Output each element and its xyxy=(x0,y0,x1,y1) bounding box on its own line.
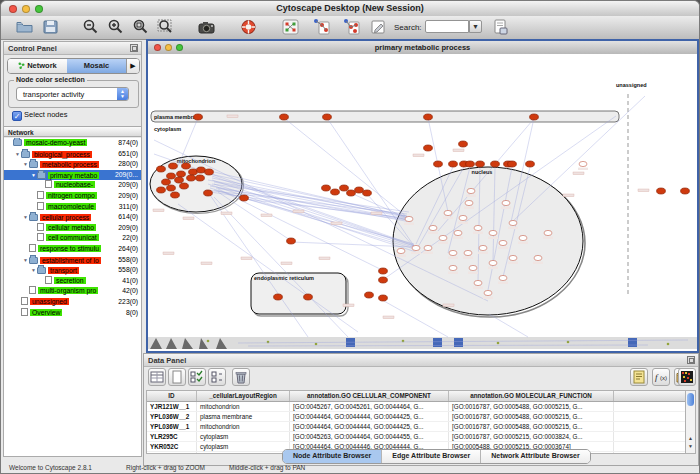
gene-node[interactable] xyxy=(509,220,517,225)
expander-icon[interactable]: ▼ xyxy=(30,265,37,275)
selected-gene-node[interactable] xyxy=(657,188,666,194)
expander-icon[interactable]: ▼ xyxy=(22,255,29,265)
tab-network-attribute-browser[interactable]: Network Attribute Browser xyxy=(481,450,589,463)
tree-row[interactable]: ▼biological_process651(0) xyxy=(4,149,141,160)
gene-node[interactable] xyxy=(579,161,587,166)
selected-gene-node[interactable] xyxy=(331,189,340,195)
table-header-cell[interactable]: _cellularLayoutRegion xyxy=(197,391,290,401)
selected-gene-node[interactable] xyxy=(379,295,388,301)
gene-node[interactable] xyxy=(467,188,475,193)
float-panel-icon[interactable] xyxy=(130,44,138,52)
help-lifering-icon[interactable] xyxy=(239,18,258,36)
selected-gene-node[interactable] xyxy=(365,292,374,298)
tab-edge-attribute-browser[interactable]: Edge Attribute Browser xyxy=(382,450,481,463)
gene-node[interactable] xyxy=(449,250,457,255)
tree-row[interactable]: Overview8(0) xyxy=(4,308,141,319)
selected-gene-node[interactable] xyxy=(363,190,372,196)
tree-row[interactable]: mosaic-demo-yeast874(0) xyxy=(4,138,141,149)
gene-node[interactable] xyxy=(499,240,507,245)
gene-node[interactable] xyxy=(464,250,472,255)
import-file-icon[interactable] xyxy=(491,18,510,36)
select-rows-unchecked-icon[interactable] xyxy=(208,368,226,386)
selected-gene-node[interactable] xyxy=(189,169,198,175)
table-row[interactable]: YPL036W__1mitochondrion[GO:0044464, GO:0… xyxy=(147,422,687,432)
selected-gene-node[interactable] xyxy=(240,195,249,201)
network-view-titlebar[interactable]: primary metabolic process xyxy=(148,41,697,55)
tree-row[interactable]: unassigned223(0) xyxy=(4,297,141,308)
gene-node[interactable] xyxy=(499,275,507,280)
tree-row[interactable]: ▼transport558(0) xyxy=(4,265,141,276)
selected-gene-node[interactable] xyxy=(491,161,500,167)
gene-node[interactable] xyxy=(474,225,482,230)
gene-node[interactable] xyxy=(405,216,413,221)
gene-node[interactable] xyxy=(474,280,482,285)
formula-builder-icon[interactable]: f(x) xyxy=(652,368,670,386)
selected-gene-node[interactable] xyxy=(169,163,178,169)
selected-gene-node[interactable] xyxy=(434,161,443,167)
tab-mosaic[interactable]: Mosaic xyxy=(67,59,126,73)
gene-node[interactable] xyxy=(489,260,497,265)
memo-notes-icon[interactable] xyxy=(630,368,648,386)
selected-gene-node[interactable] xyxy=(194,114,203,120)
gene-node[interactable] xyxy=(429,225,437,230)
tree-row[interactable]: cell communicat22(0) xyxy=(4,233,141,244)
layout-nodes-b-icon[interactable] xyxy=(342,18,361,36)
zoom-in-icon[interactable] xyxy=(106,18,125,36)
selected-gene-node[interactable] xyxy=(177,171,186,177)
tree-row[interactable]: macromolecule311(0) xyxy=(4,202,141,213)
selected-gene-node[interactable] xyxy=(379,268,388,274)
layout-nodes-a-icon[interactable] xyxy=(312,18,331,36)
tab-network[interactable]: Network xyxy=(8,59,67,73)
selected-gene-node[interactable] xyxy=(204,190,213,196)
selected-gene-node[interactable] xyxy=(681,188,690,194)
expander-icon[interactable]: ▼ xyxy=(22,159,29,169)
tree-row[interactable]: ▼primary metabo209(0... xyxy=(4,170,141,181)
float-data-panel-icon[interactable] xyxy=(687,356,695,364)
selected-gene-node[interactable] xyxy=(187,175,196,181)
table-header-cell[interactable]: ID xyxy=(147,391,197,401)
tree-row[interactable]: nitrogen compo209(0) xyxy=(4,191,141,202)
gene-node[interactable] xyxy=(544,230,552,235)
tree-row[interactable]: response to stimulu264(0) xyxy=(4,244,141,255)
scrollbar-thumb[interactable] xyxy=(687,393,694,406)
selected-gene-node[interactable] xyxy=(322,185,331,191)
select-attributes-icon[interactable] xyxy=(148,368,166,386)
search-input[interactable] xyxy=(425,20,469,33)
selected-gene-node[interactable] xyxy=(424,145,433,151)
selected-gene-node[interactable] xyxy=(180,183,189,189)
selected-gene-node[interactable] xyxy=(157,187,166,193)
vizmapper-network-icon[interactable] xyxy=(281,18,300,36)
selected-gene-node[interactable] xyxy=(196,175,205,181)
gene-node[interactable] xyxy=(502,200,510,205)
tree-row[interactable]: nucleobase-209(0) xyxy=(4,180,141,191)
selected-gene-node[interactable] xyxy=(323,114,332,120)
gene-node[interactable] xyxy=(449,265,457,270)
gene-node[interactable] xyxy=(509,255,517,260)
selected-gene-node[interactable] xyxy=(466,161,475,167)
gene-node[interactable] xyxy=(439,235,447,240)
selected-gene-node[interactable] xyxy=(304,294,313,300)
selected-gene-node[interactable] xyxy=(167,185,176,191)
selected-gene-node[interactable] xyxy=(162,179,171,185)
table-row[interactable]: YLR295Ccytoplasm[GO:0045263, GO:0044464,… xyxy=(147,432,687,442)
select-nodes-checkbox[interactable]: ✓ xyxy=(12,111,22,121)
open-file-icon[interactable] xyxy=(15,18,34,36)
gene-node[interactable] xyxy=(424,245,432,250)
selected-gene-node[interactable] xyxy=(287,238,296,244)
search-dropdown-arrow[interactable]: ▼ xyxy=(469,20,482,33)
gene-node[interactable] xyxy=(469,265,477,270)
gene-node[interactable] xyxy=(484,290,492,295)
gene-node[interactable] xyxy=(519,235,527,240)
selected-gene-node[interactable] xyxy=(530,114,539,120)
gene-node[interactable] xyxy=(397,248,405,253)
network-canvas[interactable]: plasma membranecytoplasmmitochondrionnuc… xyxy=(148,54,697,351)
table-scrollbar[interactable]: ▲▼ xyxy=(685,390,696,454)
selected-gene-node[interactable] xyxy=(476,161,485,167)
expander-icon[interactable]: ▼ xyxy=(14,149,21,159)
selected-gene-node[interactable] xyxy=(197,167,206,173)
selected-gene-node[interactable] xyxy=(167,173,176,179)
select-rows-checked-icon[interactable] xyxy=(188,368,206,386)
gene-node[interactable] xyxy=(479,245,487,250)
tree-row[interactable]: ▼metabolic process280(0) xyxy=(4,159,141,170)
gene-node[interactable] xyxy=(459,215,467,220)
